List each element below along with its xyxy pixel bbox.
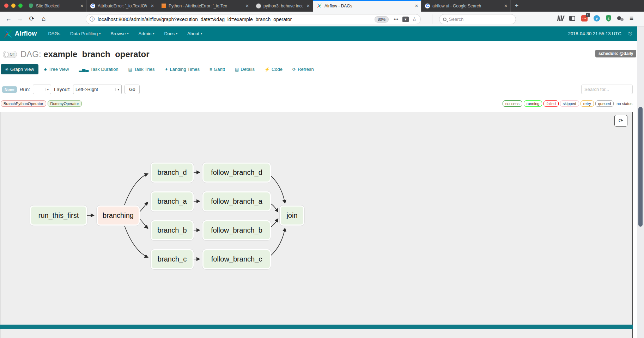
task-node-branching[interactable]: branching [97,205,140,226]
forward-icon[interactable]: → [15,14,25,24]
tab-details[interactable]: ▤ Details [231,64,259,74]
tab-graph-view[interactable]: ✳ Graph View [1,64,38,74]
minimize-window-button[interactable] [11,4,16,8]
go-button[interactable]: Go [124,85,140,94]
legend-skipped: skipped [560,100,579,107]
scrollbar-thumb[interactable] [638,107,643,227]
close-window-button[interactable] [4,4,8,8]
edge-follow_branch_c-join [271,228,285,256]
tab-attributeerror[interactable]: G AttributeError: '_io.TextIOWrapp ✕ [87,0,157,12]
chevron-down-icon: ▾ [176,32,177,35]
task-node-run_this_first[interactable]: run_this_first [30,205,87,226]
graph-view-icon: ✳ [5,67,8,72]
nav-item-dags[interactable]: DAGs [43,26,65,41]
extension-dots: ••• [583,17,586,20]
tab-landing-times[interactable]: ✈ Landing Times [160,64,204,74]
new-tab-button[interactable]: + [511,0,523,12]
library-icon[interactable] [557,16,564,21]
tab-airflow-dags[interactable]: Airflow - DAGs ✕ [313,0,421,12]
task-node-follow_branch_b[interactable]: follow_branch_b [202,220,271,240]
task-node-branch_b[interactable]: branch_b [151,220,194,240]
stackoverflow-favicon-icon [161,3,166,8]
url-bar[interactable]: ⓘ localhost:8080/admin/airflow/graph?exe… [86,14,421,24]
tab-airflow-ui-search[interactable]: G airflow ui - Google Search ✕ [421,0,511,12]
toggle-label: Off [10,53,14,56]
circles-extension-icon[interactable] [617,16,624,21]
nav-item-admin[interactable]: Admin ▾ [134,26,159,41]
schedule-badge: schedule: @daily [595,50,636,57]
browser-search-field[interactable] [439,14,516,24]
nav-item-docs[interactable]: Docs ▾ [159,26,182,41]
task-node-branch_d[interactable]: branch_d [151,162,194,183]
reload-icon[interactable]: ⟳ [27,14,37,24]
window-scrollbar[interactable] [637,26,644,338]
chevron-down-icon: ▾ [153,32,154,35]
layout-select[interactable]: Left->Right ▾ [73,85,122,94]
zoom-level-badge[interactable]: 80% [375,16,389,23]
utc-clock: 2018-04-30 21:55:13 UTC [568,31,621,36]
dag-graph-canvas[interactable]: run_this_first branching branch_d follow… [0,112,633,338]
tab-python-attributeerror[interactable]: Python - AttributeError: '_io.Tex ✕ [157,0,252,12]
nav-item-about[interactable]: About ▾ [182,26,207,41]
blue-extension-icon[interactable]: v [594,15,600,21]
nav-item-data-profiling[interactable]: Data Profiling ▾ [65,26,105,41]
tab-refresh[interactable]: ⟳ Refresh [288,64,318,74]
task-node-follow_branch_a[interactable]: follow_branch_a [202,191,271,211]
nav-item-label: Docs [164,31,175,36]
layout-label: Layout: [54,87,70,92]
pocket-icon[interactable]: ▼ [402,17,409,22]
airflow-brand[interactable]: Airflow [4,29,37,38]
browser-search-input[interactable] [449,17,505,22]
graph-refresh-button[interactable]: ⟳ [614,115,627,127]
task-node-follow_branch_c[interactable]: follow_branch_c [202,249,271,269]
tree-icon: ♣ [44,67,47,72]
tab-tree-view[interactable]: ♣ Tree View [40,64,73,74]
tab-site-blocked[interactable]: Site Blocked ✕ [25,0,87,12]
task-node-join[interactable]: join [280,205,304,226]
bookmark-star-icon[interactable]: ☆ [412,16,417,23]
close-tab-icon[interactable]: ✕ [306,4,310,8]
edge-follow_branch_a-join [271,204,278,212]
brand-label: Airflow [15,30,37,37]
task-search-input[interactable] [581,85,633,94]
airflow-navbar: Airflow DAGs Data Profiling ▾ Browse ▾ A… [0,26,644,41]
run-select[interactable]: ▾ [33,85,51,94]
task-node-branch_c[interactable]: branch_c [151,249,194,269]
legend-queued: queued [595,100,614,107]
url-text[interactable]: localhost:8080/admin/airflow/graph?execu… [98,17,372,22]
site-info-icon[interactable]: ⓘ [90,16,95,23]
dag-id: example_branch_operator [43,49,149,59]
nav-item-browse[interactable]: Browse ▾ [105,26,133,41]
menu-icon[interactable]: ≡ [630,14,633,22]
close-tab-icon[interactable]: ✕ [504,4,508,8]
tab-label: Gantt [214,67,225,72]
home-icon[interactable]: ⌂ [39,14,49,24]
macos-window-controls[interactable] [4,4,23,8]
tab-python3-behave[interactable]: python3: behave incorrectly mo ✕ [252,0,313,12]
back-icon[interactable]: ← [4,14,13,24]
tab-code[interactable]: ⚡ Code [260,64,287,74]
page-actions-icon[interactable]: ••• [394,17,399,22]
close-tab-icon[interactable]: ✕ [80,4,84,8]
tab-label: Tree View [49,67,69,72]
adblock-extension-icon[interactable]: ••• 1 [581,15,588,21]
task-node-branch_a[interactable]: branch_a [151,191,194,211]
tab-title: Python - AttributeError: '_io.Tex [169,4,242,8]
dag-pause-toggle[interactable]: Off [3,51,17,58]
tab-strip: Site Blocked ✕ G AttributeError: '_io.Te… [25,0,523,12]
tab-gantt[interactable]: ≡ Gantt [205,64,229,74]
close-tab-icon[interactable]: ✕ [151,4,154,8]
close-tab-icon[interactable]: ✕ [245,4,249,8]
navbar-menu: DAGs Data Profiling ▾ Browse ▾ Admin ▾ D… [43,26,207,41]
tab-task-duration[interactable]: ▂▅▃ Task Duration [74,64,122,74]
task-node-follow_branch_d[interactable]: follow_branch_d [202,162,271,183]
close-tab-icon[interactable]: ✕ [415,4,418,8]
zoom-window-button[interactable] [18,4,23,8]
sidebar-toggle-icon[interactable] [569,16,575,21]
logout-icon[interactable]: ⎋ [628,31,632,37]
edge-follow_branch_b-join [271,219,278,227]
tab-title: Site Blocked [36,4,76,8]
shield-extension-icon[interactable]: £ [606,15,611,21]
tab-task-tries[interactable]: ▤ Task Tries [124,64,159,74]
toolbar-divider [432,14,432,24]
